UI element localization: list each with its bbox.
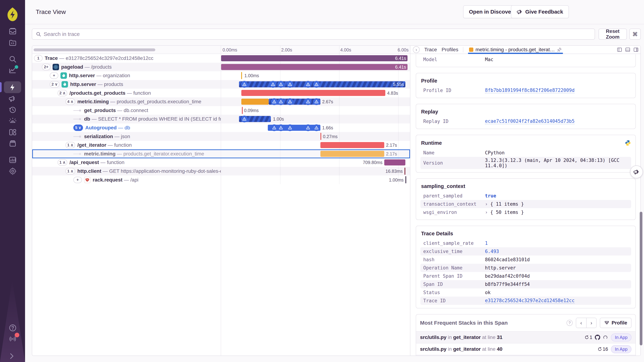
tab-active-span[interactable]: metric.timing - products.get_iterat…: [468, 46, 563, 54]
tree-row[interactable]: 4 ∧metric.timing—products.get_products.e…: [32, 97, 221, 106]
tree-row[interactable]: 1 ∧/api_request—function: [32, 158, 221, 167]
warning-icon[interactable]: [241, 81, 248, 88]
collapse-panel-button[interactable]: ›: [413, 46, 420, 53]
span-count-badge[interactable]: 5 ∨: [73, 125, 83, 131]
value-link[interactable]: e31278c256524c3297e2cd12458e12cc: [485, 298, 574, 304]
warning-icon[interactable]: [270, 81, 276, 88]
warning-icon[interactable]: [241, 116, 248, 122]
github-icon[interactable]: [595, 335, 600, 340]
span-count-badge[interactable]: 1: [34, 55, 42, 61]
span-bar[interactable]: [239, 81, 405, 87]
span-count-badge[interactable]: +: [50, 72, 58, 79]
span-bar[interactable]: [320, 151, 384, 157]
warning-icon[interactable]: [313, 124, 320, 131]
profile-button[interactable]: Profile: [600, 318, 632, 328]
span-count-badge[interactable]: 2 ∧: [58, 90, 67, 96]
feedback-icon[interactable]: [8, 95, 17, 103]
prev-stack-button[interactable]: ‹: [576, 318, 586, 328]
span-bar[interactable]: [384, 159, 405, 166]
stack-frame-row[interactable]: src/main.py in products at line 158In Ap…: [416, 355, 636, 356]
tab-profiles[interactable]: Profiles: [442, 47, 458, 52]
span-row[interactable]: 0.27ms: [221, 132, 410, 141]
tree-row[interactable]: metric.timing—products.get_iterator.exec…: [32, 150, 221, 158]
warning-icon[interactable]: [305, 124, 312, 131]
span-row[interactable]: 16.83ms: [221, 167, 410, 176]
span-row[interactable]: 2.17s: [221, 150, 410, 158]
span-count-badge[interactable]: 1 ∧: [66, 168, 75, 175]
warning-icon[interactable]: [313, 81, 320, 88]
warning-icon[interactable]: [305, 81, 312, 88]
value-link[interactable]: 8fb7bb1891994f8c862f206e8722009d: [485, 88, 574, 93]
span-row[interactable]: 6.41s: [221, 63, 410, 71]
help-icon[interactable]: [8, 324, 17, 332]
warning-icon[interactable]: [278, 81, 284, 88]
give-feedback-button[interactable]: Give Feedback: [511, 5, 569, 18]
open-in-discover-button[interactable]: Open in Discover: [463, 5, 519, 18]
tree-row[interactable]: db—SELECT * FROM products WHERE id IN (S…: [32, 115, 221, 124]
span-row[interactable]: 2.67s: [221, 97, 410, 106]
span-row[interactable]: 1.00ms: [221, 71, 410, 80]
tree-row[interactable]: 1 ∧http.client—GET https://application-m…: [32, 167, 221, 176]
span-row[interactable]: 1.00s: [221, 115, 410, 124]
span-row[interactable]: 709.80ms: [221, 158, 410, 167]
tree-row[interactable]: 1 ∧/get_iterator—function: [32, 141, 221, 150]
broadcast-icon[interactable]: [8, 335, 17, 343]
releases-icon[interactable]: [8, 139, 17, 148]
search-icon[interactable]: [8, 55, 17, 63]
stack-frame-row[interactable]: src/utils.py in get_iterator at line 401…: [416, 343, 636, 355]
span-count-badge[interactable]: +: [73, 177, 82, 183]
layout-left-icon[interactable]: [617, 47, 622, 52]
sentry-logo[interactable]: [5, 7, 20, 22]
span-count-badge[interactable]: 4 ∧: [66, 98, 75, 105]
expand-chevron-icon[interactable]: ›: [485, 210, 488, 215]
layout-right-icon[interactable]: [633, 47, 639, 52]
alerts-icon[interactable]: [8, 117, 17, 125]
span-tick[interactable]: [404, 168, 405, 175]
span-bar[interactable]: [241, 90, 385, 96]
stats-icon[interactable]: [8, 156, 17, 164]
span-count-badge[interactable]: 1 ∧: [66, 142, 75, 148]
warning-icon[interactable]: [286, 98, 294, 105]
tree-row[interactable]: 2 ∨http.server—products: [32, 80, 221, 89]
tree-row[interactable]: 2 ∧/products.get_products—function: [32, 89, 221, 97]
tree-row[interactable]: serialization—json: [32, 132, 221, 141]
tree-row[interactable]: 5 ∨Autogrouped—db: [32, 124, 221, 132]
span-tick[interactable]: [241, 72, 242, 79]
replays-icon[interactable]: [8, 106, 17, 114]
value-link[interactable]: ecae7c51f0024f2fa82e6314045d73b5: [485, 119, 574, 124]
reset-zoom-button[interactable]: Reset Zoom: [598, 29, 627, 40]
tab-trace[interactable]: Trace: [424, 47, 437, 52]
span-row[interactable]: 2.17s: [221, 141, 410, 150]
layout-bottom-icon[interactable]: [625, 47, 630, 52]
warning-icon[interactable]: [271, 98, 278, 105]
span-row[interactable]: 1.00ms: [221, 176, 410, 184]
span-bar[interactable]: [221, 55, 408, 61]
horizontal-scrollbar[interactable]: [34, 48, 155, 51]
tree-row[interactable]: get_products—db.connect: [32, 106, 221, 115]
settings-icon[interactable]: [8, 167, 17, 175]
expand-chevron-icon[interactable]: ›: [485, 201, 488, 207]
span-bar[interactable]: [320, 142, 384, 148]
stack-frame-row[interactable]: src/utils.py in get_iterator at line 311…: [416, 331, 636, 343]
floating-feedback-button[interactable]: [630, 166, 643, 178]
vertical-scrollbar[interactable]: [640, 212, 642, 345]
span-count-badge[interactable]: 2 ∨: [50, 81, 60, 88]
performance-icon[interactable]: [8, 83, 17, 91]
warning-icon[interactable]: [278, 124, 284, 131]
span-count-badge[interactable]: 1 ∧: [58, 159, 67, 166]
span-row[interactable]: 0.09ms: [221, 106, 410, 115]
detail-scroll-area[interactable]: ModelMacProfileProfile ID8fb7bb1891994f8…: [410, 54, 641, 356]
span-tick[interactable]: [242, 107, 243, 114]
warning-icon[interactable]: [271, 124, 278, 131]
warning-icon[interactable]: [286, 81, 294, 88]
span-bar[interactable]: [221, 64, 408, 70]
seer-icon[interactable]: [603, 335, 608, 340]
warning-icon[interactable]: [278, 98, 284, 105]
span-count-badge[interactable]: 2+: [42, 64, 50, 70]
tree-row[interactable]: 1Trace—e31278c256524c3297e2cd12458e12cc: [32, 54, 221, 63]
pin-icon[interactable]: [557, 47, 562, 52]
tree-row[interactable]: +http.server—organization: [32, 71, 221, 80]
tree-row[interactable]: 2+pageload—/products: [32, 63, 221, 71]
span-row[interactable]: 1.66s: [221, 124, 410, 132]
next-stack-button[interactable]: ›: [586, 318, 596, 328]
